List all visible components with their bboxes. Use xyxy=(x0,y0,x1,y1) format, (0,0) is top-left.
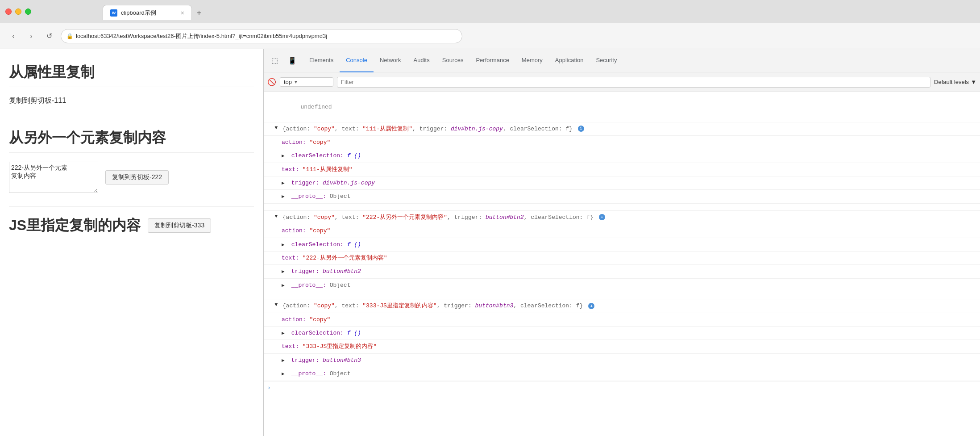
tab-application[interactable]: Application xyxy=(549,49,590,72)
info-icon-2: i xyxy=(599,214,605,220)
expand-trigger-2-icon[interactable]: ▶ xyxy=(282,268,288,277)
section2-row: 222-从另外一个元素 复制内容 复制到剪切板-222 xyxy=(9,162,254,193)
page-content: 从属性里复制 复制到剪切板-111 从另外一个元素复制内容 222-从另外一个元… xyxy=(0,49,263,436)
tab-performance[interactable]: Performance xyxy=(469,49,515,72)
tab-sources[interactable]: Sources xyxy=(436,49,470,72)
context-value: top xyxy=(284,79,292,85)
console-obj3-proto[interactable]: ▶ __proto__: Object xyxy=(264,367,980,381)
levels-arrow-icon: ▼ xyxy=(971,79,976,85)
tab-audits[interactable]: Audits xyxy=(407,49,436,72)
copy-btn-3[interactable]: 复制到剪切板-333 xyxy=(148,218,211,233)
tab-title: clipboard示例 xyxy=(121,9,156,17)
console-clear-button[interactable]: 🚫 xyxy=(267,78,276,87)
tab-console[interactable]: Console xyxy=(340,49,374,72)
console-undefined: undefined xyxy=(264,92,980,122)
back-button[interactable]: ‹ xyxy=(7,30,20,42)
tab-elements[interactable]: Elements xyxy=(303,49,340,72)
devtools-tab-bar: ⬚ 📱 Elements Console Network Audits Sour… xyxy=(264,49,980,72)
section2-textarea[interactable]: 222-从另外一个元素 复制内容 xyxy=(9,162,98,193)
info-icon-1: i xyxy=(578,126,584,132)
console-obj2-text: text: "222-从另外一个元素复制内容" xyxy=(264,252,980,265)
section-1: 从属性里复制 复制到剪切板-111 xyxy=(9,63,254,105)
console-obj3-action: action: "copy" xyxy=(264,313,980,327)
devtools-inspect-icon[interactable]: ⬚ xyxy=(267,54,282,68)
console-obj2-trigger[interactable]: ▶ trigger: button#btn2 xyxy=(264,265,980,278)
refresh-button[interactable]: ↺ xyxy=(43,30,55,42)
expand-clearselection-1-icon[interactable]: ▶ xyxy=(282,152,288,161)
gap-1 xyxy=(264,204,980,211)
console-obj3-summary[interactable]: ▶ {action: "copy", text: "333-JS里指定复制的内容… xyxy=(264,299,980,313)
default-levels-button[interactable]: Default levels ▼ xyxy=(934,79,976,85)
traffic-lights xyxy=(5,8,31,15)
section1-title: 从属性里复制 xyxy=(9,63,254,87)
tab-bar: W clipboard示例 × + xyxy=(67,3,242,20)
console-obj1-text: text: "111-从属性复制" xyxy=(264,163,980,176)
expand-clearselection-3-icon[interactable]: ▶ xyxy=(282,329,288,338)
expand-trigger-3-icon[interactable]: ▶ xyxy=(282,356,288,365)
console-obj3-trigger[interactable]: ▶ trigger: button#btn3 xyxy=(264,354,980,367)
divider-2 xyxy=(9,206,254,207)
title-bar: W clipboard示例 × + xyxy=(0,0,980,23)
main-area: 从属性里复制 复制到剪切板-111 从另外一个元素复制内容 222-从另外一个元… xyxy=(0,49,980,436)
expand-obj2-icon[interactable]: ▶ xyxy=(271,215,280,221)
minimize-button[interactable] xyxy=(15,8,21,15)
new-tab-button[interactable]: + xyxy=(192,6,206,20)
expand-obj1-icon[interactable]: ▶ xyxy=(271,126,280,132)
console-toolbar: 🚫 top ▼ Default levels ▼ xyxy=(264,72,980,92)
expand-clearselection-2-icon[interactable]: ▶ xyxy=(282,241,288,250)
prompt-arrow-icon: › xyxy=(267,384,271,391)
section3-title: JS里指定复制的内容 xyxy=(9,216,141,235)
address-bar: ‹ › ↺ 🔒 localhost:63342/testWorkspace/te… xyxy=(0,23,980,49)
console-obj3-clearselection[interactable]: ▶ clearSelection: f () xyxy=(264,327,980,340)
console-obj2-summary[interactable]: ▶ {action: "copy", text: "222-从另外一个元素复制内… xyxy=(264,211,980,224)
console-obj1-trigger[interactable]: ▶ trigger: div#btn.js-copy xyxy=(264,176,980,190)
console-obj1-summary[interactable]: ▶ {action: "copy", text: "111-从属性复制", tr… xyxy=(264,122,980,136)
console-obj1-action: action: "copy" xyxy=(264,136,980,149)
context-selector[interactable]: top ▼ xyxy=(280,77,333,87)
expand-obj3-icon[interactable]: ▶ xyxy=(271,303,280,310)
divider-1 xyxy=(9,119,254,119)
section-2: 从另外一个元素复制内容 222-从另外一个元素 复制内容 复制到剪切板-222 xyxy=(9,128,254,193)
console-obj1-clearselection[interactable]: ▶ clearSelection: f () xyxy=(264,149,980,163)
forward-button[interactable]: › xyxy=(25,30,37,42)
close-button[interactable] xyxy=(5,8,12,15)
info-icon-3: i xyxy=(588,303,594,309)
context-arrow-icon: ▼ xyxy=(294,80,298,84)
tab-close-button[interactable]: × xyxy=(181,9,184,17)
console-obj2-proto[interactable]: ▶ __proto__: Object xyxy=(264,279,980,292)
url-text: localhost:63342/testWorkspace/test26-图片上… xyxy=(76,32,327,40)
copy-btn-2[interactable]: 复制到剪切板-222 xyxy=(105,170,169,184)
console-obj3-text: text: "333-JS里指定复制的内容" xyxy=(264,340,980,353)
console-obj2-clearselection[interactable]: ▶ clearSelection: f () xyxy=(264,238,980,252)
lock-icon: 🔒 xyxy=(66,33,73,39)
tab-favicon: W xyxy=(110,9,117,17)
section-3: JS里指定复制的内容 复制到剪切板-333 xyxy=(9,216,254,235)
console-output: undefined ▶ {action: "copy", text: "111-… xyxy=(264,92,980,436)
section3-row: JS里指定复制的内容 复制到剪切板-333 xyxy=(9,216,254,235)
section1-text: 复制到剪切板-111 xyxy=(9,96,254,105)
tab-memory[interactable]: Memory xyxy=(515,49,549,72)
console-obj2-action: action: "copy" xyxy=(264,224,980,238)
expand-proto-3-icon[interactable]: ▶ xyxy=(282,370,288,379)
filter-input[interactable] xyxy=(337,77,930,88)
active-tab[interactable]: W clipboard示例 × xyxy=(103,5,192,20)
console-prompt[interactable]: › xyxy=(264,381,980,394)
url-bar[interactable]: 🔒 localhost:63342/testWorkspace/test26-图… xyxy=(61,29,462,43)
tab-security[interactable]: Security xyxy=(590,49,623,72)
expand-trigger-1-icon[interactable]: ▶ xyxy=(282,179,288,188)
tab-network[interactable]: Network xyxy=(374,49,407,72)
devtools-mobile-icon[interactable]: 📱 xyxy=(285,54,299,68)
gap-2 xyxy=(264,292,980,299)
expand-proto-1-icon[interactable]: ▶ xyxy=(282,193,288,201)
expand-proto-2-icon[interactable]: ▶ xyxy=(282,281,288,290)
section2-title: 从另外一个元素复制内容 xyxy=(9,128,254,153)
devtools-panel: ⬚ 📱 Elements Console Network Audits Sour… xyxy=(263,49,980,436)
maximize-button[interactable] xyxy=(25,8,31,15)
browser-chrome: W clipboard示例 × + ‹ › ↺ 🔒 localhost:6334… xyxy=(0,0,980,49)
console-obj1-proto[interactable]: ▶ __proto__: Object xyxy=(264,190,980,203)
